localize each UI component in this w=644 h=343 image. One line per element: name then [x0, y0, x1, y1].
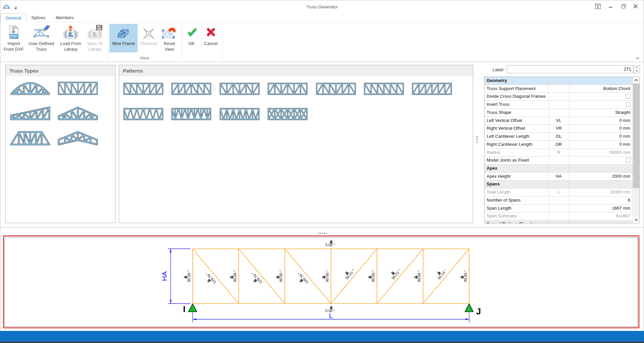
svg-text:DXF: DXF — [10, 34, 18, 38]
